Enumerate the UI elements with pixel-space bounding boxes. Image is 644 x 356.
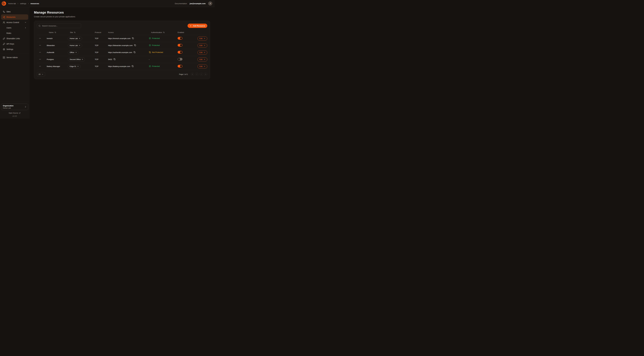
auth-badge: Protected (149, 44, 160, 46)
pagination: 20 Page 1 of 1 (37, 72, 207, 76)
add-resource-label: Add Resource (193, 25, 205, 27)
site-name: Home Lab (70, 38, 78, 40)
breadcrumb-settings[interactable]: settings (20, 2, 26, 4)
site-link-button[interactable]: Office (68, 50, 79, 54)
site-link-button[interactable]: Second Office (68, 58, 85, 62)
sidebar-item-sites[interactable]: Sites (1, 9, 28, 14)
site-link-button[interactable]: Home Lab (68, 44, 82, 48)
page-title: Manage Resources (34, 10, 210, 14)
shield-check-icon (149, 65, 151, 67)
enabled-toggle[interactable] (178, 37, 182, 40)
site-link-button[interactable]: Edge 01 (68, 64, 80, 68)
avatar[interactable]: J (208, 2, 212, 6)
copy-icon (132, 65, 134, 67)
header-authentication[interactable]: Authentication (147, 32, 174, 34)
sidebar-item-label: Users (6, 27, 12, 29)
copy-button[interactable] (133, 51, 136, 54)
row-actions-button[interactable] (38, 58, 42, 61)
user-email[interactable]: joe@example.com (190, 2, 206, 4)
copy-button[interactable] (134, 44, 136, 47)
topbar-right: Documentation joe@example.com J (175, 2, 212, 6)
chevrons-up-down-icon (24, 106, 26, 108)
sidebar-item-label: Shareable Links (6, 38, 20, 40)
edit-button[interactable]: Edit (198, 36, 207, 40)
edit-label: Edit (200, 52, 202, 54)
table-row: Authentik Office TCP https://authentik.e… (37, 49, 207, 56)
chevron-down-icon (24, 22, 26, 23)
sidebar-item-api-keys[interactable]: API Keys (1, 41, 28, 46)
header-site[interactable]: Site (65, 32, 92, 34)
sidebar-item-label: Sites (6, 10, 10, 13)
copy-button[interactable] (132, 37, 134, 40)
table-toolbar: Add Resource (37, 24, 207, 28)
row-actions-button[interactable] (38, 51, 42, 54)
arrow-right-icon (204, 58, 205, 60)
enabled-toggle[interactable] (178, 58, 182, 60)
breadcrumb: home-lab settings resources (8, 2, 39, 4)
next-page-button[interactable] (200, 72, 203, 76)
previous-page-button[interactable] (195, 72, 198, 76)
protocol-value: TCP (92, 52, 105, 54)
server-icon (3, 56, 5, 59)
row-actions-button[interactable] (38, 65, 42, 68)
header-name[interactable]: Name (43, 32, 65, 34)
edit-label: Edit (200, 58, 202, 60)
edit-button[interactable]: Edit (198, 50, 207, 54)
copy-button[interactable] (113, 58, 116, 61)
sidebar-item-label: Server Admin (6, 56, 18, 58)
enabled-toggle[interactable] (178, 44, 182, 46)
edit-button[interactable]: Edit (198, 58, 207, 62)
access-value: https://immich.example.com (108, 38, 130, 40)
access-value: https://authentik.example.com (108, 52, 132, 54)
breadcrumb-org[interactable]: home-lab (8, 2, 16, 4)
auth-label: Not Protected (152, 51, 163, 53)
chevron-left-icon (196, 74, 198, 75)
chevrons-left-icon (192, 74, 193, 75)
sidebar-item-users[interactable]: Users (1, 25, 28, 30)
sidebar-item-roles[interactable]: Roles (1, 30, 28, 36)
organization-selector[interactable]: Organization Home Lab (1, 104, 28, 110)
protocol-value: TCP (92, 65, 105, 68)
copy-icon (114, 58, 116, 60)
sidebar-item-access-control[interactable]: Access Control (1, 20, 28, 25)
page-size-value: 20 (38, 73, 40, 75)
icon-spacer (3, 32, 5, 34)
arrow-right-icon (204, 66, 205, 67)
sidebar-item-settings[interactable]: Settings (1, 46, 28, 52)
add-resource-button[interactable]: Add Resource (188, 24, 207, 28)
last-page-button[interactable] (204, 72, 207, 76)
version-label: v1.3.0 (1, 115, 28, 117)
table-row: Postgres Second Office TCP 5432 (37, 56, 207, 63)
table-row: Battery Manager Edge 01 TCP https://batt… (37, 63, 207, 70)
page-subtitle: Create secure proxies to your private ap… (34, 16, 210, 18)
key-icon (3, 43, 5, 45)
pangolin-logo[interactable] (1, 1, 6, 6)
edit-button[interactable]: Edit (198, 44, 207, 48)
organization-value: Home Lab (3, 107, 14, 109)
workflow-icon (3, 10, 5, 13)
sidebar-item-shareable-links[interactable]: Shareable Links (1, 36, 28, 41)
page-size-select[interactable]: 20 (37, 72, 45, 76)
open-source-link[interactable]: Open Source (1, 112, 28, 114)
enabled-toggle[interactable] (178, 65, 182, 68)
page-indicator: Page 1 of 1 (179, 73, 188, 75)
auth-badge: Not Protected (149, 51, 163, 53)
search-input[interactable] (42, 25, 79, 27)
sidebar-footer: Organization Home Lab Open Source v1.3.0 (1, 100, 28, 117)
chevron-right-icon (17, 3, 19, 4)
copy-button[interactable] (132, 65, 134, 68)
first-page-button[interactable] (191, 72, 194, 76)
sidebar-item-resources[interactable]: Resources (1, 14, 28, 20)
gear-icon (3, 48, 5, 50)
row-actions-button[interactable] (38, 44, 42, 47)
edit-label: Edit (200, 44, 202, 46)
documentation-link[interactable]: Documentation (175, 2, 187, 4)
enabled-toggle[interactable] (178, 51, 182, 54)
site-link-button[interactable]: Home Lab (68, 36, 82, 40)
header-enabled: Enabled (174, 32, 193, 34)
sidebar-item-server-admin[interactable]: Server Admin (1, 55, 28, 60)
row-actions-button[interactable] (38, 37, 42, 40)
edit-button[interactable]: Edit (198, 64, 207, 68)
external-link-icon (19, 112, 20, 114)
header-access: Access (105, 32, 147, 34)
